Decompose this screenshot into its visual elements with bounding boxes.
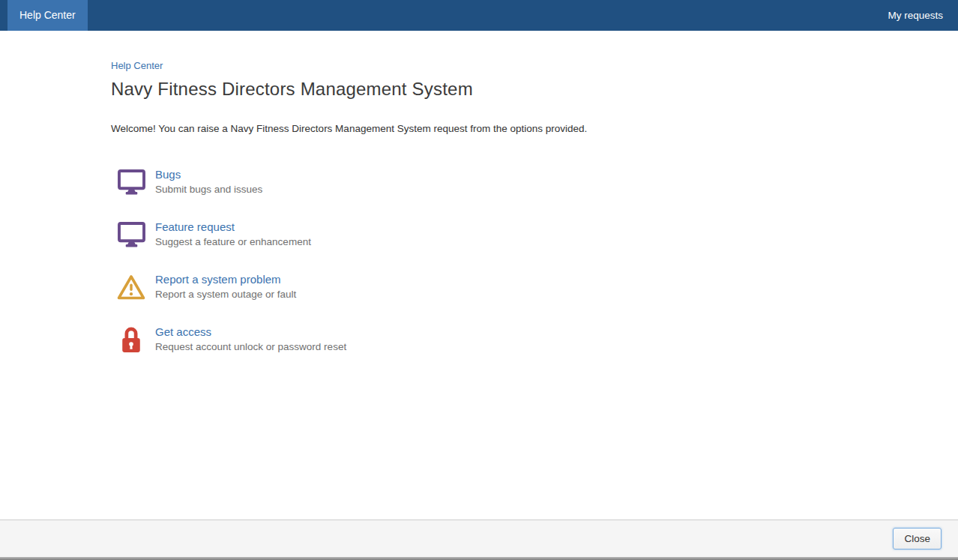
option-bugs[interactable]: Bugs Submit bugs and issues — [111, 166, 847, 199]
monitor-icon — [116, 166, 146, 198]
option-get-access[interactable]: Get access Request account unlock or pas… — [111, 324, 847, 356]
option-desc-feature-request: Suggest a feature or enhancement — [155, 236, 311, 247]
my-requests-link[interactable]: My requests — [888, 10, 943, 21]
top-navbar: Help Center My requests — [0, 0, 958, 31]
option-title-report-system-problem[interactable]: Report a system problem — [155, 272, 296, 287]
option-desc-bugs: Submit bugs and issues — [155, 184, 262, 195]
option-desc-report-system-problem: Report a system outage or fault — [155, 289, 296, 300]
option-title-get-access[interactable]: Get access — [155, 325, 346, 340]
main-content: Help Center Navy Fitness Directors Manag… — [111, 31, 847, 356]
request-options-list: Bugs Submit bugs and issues Feature requ… — [111, 166, 847, 356]
help-center-tab[interactable]: Help Center — [7, 0, 88, 31]
option-report-system-problem[interactable]: Report a system problem Report a system … — [111, 271, 847, 304]
monitor-icon — [116, 219, 146, 250]
breadcrumb-help-center[interactable]: Help Center — [111, 60, 163, 71]
dialog-footer: Close — [0, 520, 958, 557]
page-title: Navy Fitness Directors Management System — [111, 79, 847, 100]
option-desc-get-access: Request account unlock or password reset — [155, 341, 346, 352]
welcome-text: Welcome! You can raise a Navy Fitness Di… — [111, 123, 847, 134]
option-feature-request[interactable]: Feature request Suggest a feature or enh… — [111, 219, 847, 251]
lock-icon — [116, 324, 146, 355]
option-title-bugs[interactable]: Bugs — [155, 167, 262, 182]
close-button[interactable]: Close — [893, 528, 942, 550]
warning-icon — [116, 271, 146, 303]
option-title-feature-request[interactable]: Feature request — [155, 220, 311, 235]
window-bottom-edge — [0, 557, 958, 560]
